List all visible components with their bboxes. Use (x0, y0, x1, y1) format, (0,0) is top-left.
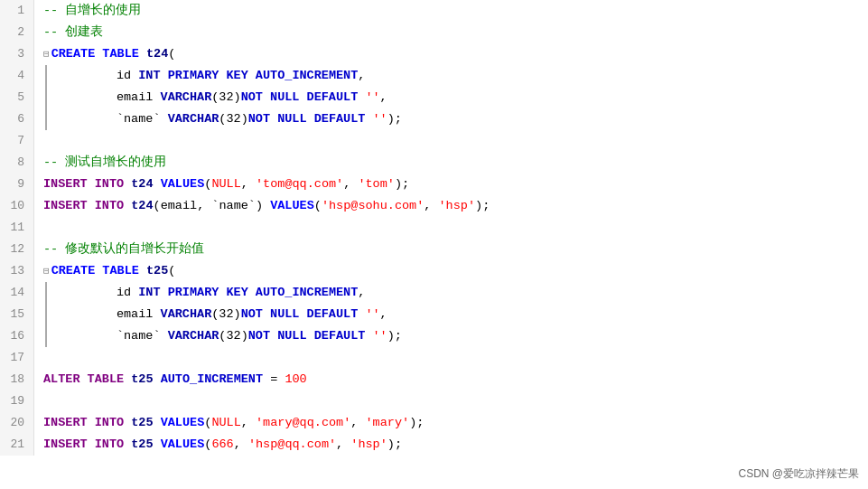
token-backtick: `name` (58, 329, 160, 343)
token-plain (365, 112, 372, 126)
token-plain: , (358, 286, 365, 299)
token-tbl: t25 (131, 416, 153, 429)
line-content: ⊟CREATE TABLE t25( (34, 260, 868, 282)
token-kw: VALUES (161, 437, 205, 451)
token-insert-kw: INSERT INTO (43, 177, 124, 191)
token-plain: = (263, 372, 285, 386)
token-insert-kw: INSERT INTO (43, 437, 124, 451)
line-number: 4 (0, 65, 34, 87)
fold-bar (45, 108, 54, 130)
token-kw: VALUES (161, 177, 205, 191)
line-content: INSERT INTO t25 VALUES(NULL, 'mary@qq.co… (34, 412, 868, 434)
token-comment: -- 创建表 (43, 25, 103, 39)
line-content: `name` VARCHAR(32)NOT NULL DEFAULT ''); (34, 325, 868, 347)
token-plain (161, 112, 168, 126)
line-number: 15 (0, 304, 34, 325)
code-line: 5 email VARCHAR(32)NOT NULL DEFAULT '', (0, 87, 868, 108)
token-insert-kw: INSERT INTO (43, 416, 124, 429)
line-content: -- 测试自增长的使用 (34, 152, 868, 174)
token-col: email (58, 307, 160, 321)
token-insert-kw: ALTER TABLE (43, 372, 124, 386)
code-line: 1-- 自增长的使用 (0, 0, 868, 22)
line-content: email VARCHAR(32)NOT NULL DEFAULT '', (34, 304, 868, 325)
token-tbl: t25 (131, 437, 153, 451)
token-backtick: `name` (211, 199, 256, 212)
token-plain (154, 437, 161, 451)
line-number: 14 (0, 282, 34, 304)
token-tbl: t25 (146, 264, 168, 277)
token-type: VARCHAR (161, 307, 212, 321)
token-kw: VALUES (161, 416, 205, 429)
token-constraint: NOT NULL DEFAULT (241, 90, 359, 104)
fold-icon[interactable]: ⊟ (43, 266, 50, 277)
fold-icon[interactable]: ⊟ (43, 49, 50, 60)
line-number: 11 (0, 217, 34, 239)
line-content: email VARCHAR(32)NOT NULL DEFAULT '', (34, 87, 868, 108)
token-str: '' (365, 90, 379, 104)
line-number: 1 (0, 0, 34, 22)
line-number: 7 (0, 130, 34, 152)
token-tbl: t24 (146, 47, 168, 61)
code-lines: 1-- 自增长的使用2-- 创建表3⊟CREATE TABLE t24(4 id… (0, 0, 868, 464)
line-content: id INT PRIMARY KEY AUTO_INCREMENT, (34, 65, 868, 87)
token-str: 'mary' (366, 416, 410, 429)
token-constraint: NOT NULL DEFAULT (241, 307, 359, 321)
token-constraint: NOT NULL DEFAULT (248, 329, 366, 343)
token-comment: -- 自增长的使用 (43, 4, 141, 17)
token-plain: (32) (219, 329, 247, 343)
code-line: 9INSERT INTO t24 VALUES(NULL, 'tom@qq.co… (0, 174, 868, 195)
fold-bar (45, 325, 54, 347)
token-plain: , (380, 90, 387, 104)
fold-bar (45, 304, 54, 325)
fold-bar (45, 87, 54, 108)
token-plain: , (234, 437, 248, 451)
token-tbl: t24 (131, 199, 153, 212)
token-col: id (58, 286, 138, 299)
code-line: 3⊟CREATE TABLE t24( (0, 43, 868, 65)
line-number: 6 (0, 108, 34, 130)
fold-bar (45, 282, 54, 304)
token-comment: -- 修改默认的自增长开始值 (43, 242, 204, 256)
line-content: `name` VARCHAR(32)NOT NULL DEFAULT ''); (34, 108, 868, 130)
line-number: 10 (0, 195, 34, 217)
token-col: id (58, 69, 138, 82)
line-number: 21 (0, 434, 34, 456)
token-kw: CREATE TABLE (51, 264, 139, 277)
line-number: 3 (0, 43, 34, 65)
token-type: INT (138, 69, 160, 82)
line-content (34, 390, 868, 412)
code-editor: 1-- 自增长的使用2-- 创建表3⊟CREATE TABLE t24(4 id… (0, 0, 868, 489)
token-str: 'hsp@qq.com' (248, 437, 336, 451)
token-tbl: t25 (131, 372, 153, 386)
token-kw: VALUES (270, 199, 314, 212)
line-content: INSERT INTO t24(email, `name`) VALUES('h… (34, 195, 868, 217)
token-str: '' (365, 307, 379, 321)
token-plain: , (241, 416, 256, 429)
token-plain: ); (387, 437, 402, 451)
token-insert-kw: INSERT INTO (43, 199, 124, 212)
token-plain (139, 264, 146, 277)
token-str: 'hsp@sohu.com' (322, 199, 424, 212)
line-content: -- 修改默认的自增长开始值 (34, 239, 868, 260)
token-backtick: `name` (58, 112, 160, 126)
code-line: 14 id INT PRIMARY KEY AUTO_INCREMENT, (0, 282, 868, 304)
token-plain: (32) (219, 112, 247, 126)
token-plain: , (343, 177, 358, 191)
token-plain: (32) (211, 307, 240, 321)
token-str: 'mary@qq.com' (256, 416, 350, 429)
token-str: 'hsp' (350, 437, 387, 451)
line-number: 5 (0, 87, 34, 108)
token-num: 100 (285, 372, 306, 386)
token-plain: , (336, 437, 350, 451)
line-content: INSERT INTO t25 VALUES(666, 'hsp@qq.com'… (34, 434, 868, 456)
token-type: INT (138, 286, 160, 299)
token-str: 'hsp' (439, 199, 476, 212)
token-type: VARCHAR (161, 90, 212, 104)
code-line: 13⊟CREATE TABLE t25( (0, 260, 868, 282)
token-num: 666 (211, 437, 233, 451)
code-line: 7 (0, 130, 868, 152)
code-line: 4 id INT PRIMARY KEY AUTO_INCREMENT, (0, 65, 868, 87)
token-plain: ); (475, 199, 490, 212)
token-kw: CREATE TABLE (51, 47, 139, 61)
token-tbl: t24 (131, 177, 153, 191)
